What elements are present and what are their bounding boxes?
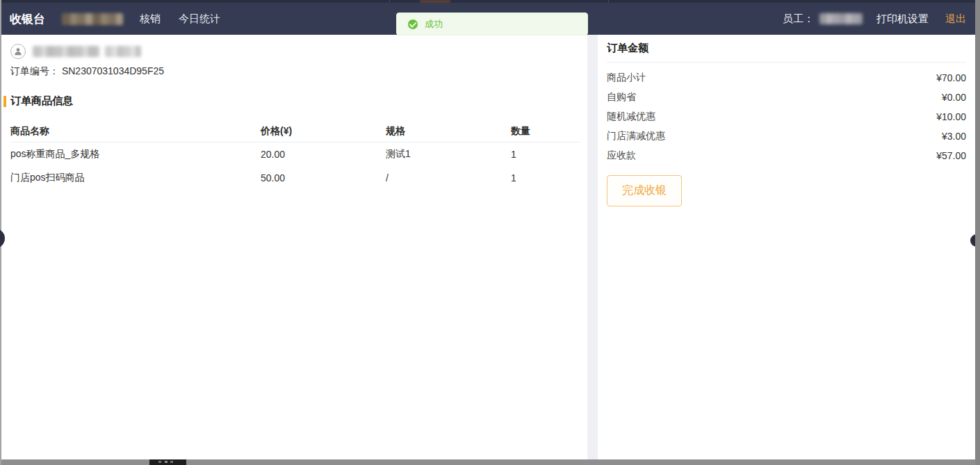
order-amount-panel: 订单金额 商品小计 ¥70.00 自购省 ¥0.00 随机减优惠 ¥10.00 … [598, 35, 975, 459]
tab-divider [608, 0, 609, 3]
col-header-price: 价格(¥) [261, 125, 386, 138]
taskbar-strip [0, 459, 980, 465]
cell-price: 20.00 [261, 149, 386, 160]
order-number-line: 订单编号： SN2307031034D95F25 [10, 64, 587, 78]
summary-divider [607, 62, 966, 63]
order-number-label: 订单编号： [10, 65, 59, 76]
check-circle-icon [408, 19, 418, 29]
summary-row-subtotal: 商品小计 ¥70.00 [607, 68, 966, 88]
cell-qty: 1 [511, 172, 580, 183]
summary-value: ¥57.00 [936, 150, 966, 161]
table-row: 门店pos扫码商品 50.00 / 1 [10, 166, 580, 190]
cell-qty: 1 [511, 149, 580, 160]
summary-label: 门店满减优惠 [607, 130, 665, 142]
order-detail-panel: 订单编号： SN2307031034D95F25 订单商品信息 商品名称 价格(… [1, 35, 587, 459]
user-avatar-icon [10, 44, 26, 59]
summary-row-store-discount: 门店满减优惠 ¥3.00 [607, 127, 966, 146]
section-title: 订单商品信息 [3, 95, 587, 108]
col-header-spec: 规格 [386, 125, 511, 138]
summary-label: 随机减优惠 [607, 111, 655, 123]
employee-name-redacted [819, 13, 863, 24]
col-header-qty: 数量 [511, 125, 580, 138]
app-title: 收银台 [10, 11, 45, 27]
summary-label: 商品小计 [607, 72, 646, 84]
summary-value: ¥0.00 [942, 92, 966, 103]
cell-spec: / [386, 172, 511, 183]
summary-title: 订单金额 [607, 42, 966, 55]
table-row: pos称重商品_多规格 20.00 测试1 1 [10, 142, 580, 166]
col-header-name: 商品名称 [10, 125, 261, 138]
cashier-window: 收银台 核销 今日统计 员工： 打印机设置 退出 成功 订单编号： SN2307… [0, 0, 980, 465]
success-toast: 成功 [396, 13, 588, 35]
panel-divider [587, 35, 598, 459]
nav-item-verify[interactable]: 核销 [140, 13, 161, 26]
cell-product-name: pos称重商品_多规格 [10, 148, 261, 161]
table-header-row: 商品名称 价格(¥) 规格 数量 [10, 120, 580, 142]
order-number-value: SN2307031034D95F25 [62, 65, 164, 76]
printer-settings-button[interactable]: 打印机设置 [876, 13, 929, 26]
complete-checkout-button[interactable]: 完成收银 [607, 175, 682, 206]
summary-row-random-discount: 随机减优惠 ¥10.00 [607, 107, 966, 127]
summary-row-self-purchase-saving: 自购省 ¥0.00 [607, 88, 966, 107]
customer-name-redacted [33, 46, 99, 57]
goods-table: 商品名称 价格(¥) 规格 数量 pos称重商品_多规格 20.00 测试1 1… [10, 120, 580, 190]
employee-label: 员工： [783, 13, 814, 26]
cell-price: 50.00 [261, 172, 386, 183]
summary-label: 自购省 [607, 91, 636, 104]
summary-value: ¥10.00 [936, 111, 966, 122]
logout-button[interactable]: 退出 [945, 13, 966, 26]
tab-divider [389, 0, 390, 3]
customer-name-redacted-2 [105, 46, 141, 57]
window-right-edge [975, 0, 980, 465]
browser-tabstrip-sliver [0, 0, 980, 3]
customer-row [10, 43, 587, 60]
taskbar-icons [149, 459, 186, 465]
section-title-text: 订单商品信息 [10, 95, 73, 108]
toast-message: 成功 [425, 18, 443, 31]
summary-value: ¥70.00 [936, 72, 966, 83]
summary-value: ¥3.00 [942, 131, 966, 142]
nav-item-today-stats[interactable]: 今日统计 [179, 13, 220, 26]
summary-label: 应收款 [607, 149, 636, 162]
store-name-redacted [62, 13, 123, 25]
favicon-smudge [420, 0, 450, 3]
cell-product-name: 门店pos扫码商品 [10, 172, 261, 184]
section-accent-bar [3, 96, 6, 107]
summary-row-amount-due: 应收款 ¥57.00 [607, 146, 966, 165]
summary-rows: 商品小计 ¥70.00 自购省 ¥0.00 随机减优惠 ¥10.00 门店满减优… [607, 68, 966, 165]
cell-spec: 测试1 [386, 148, 511, 161]
